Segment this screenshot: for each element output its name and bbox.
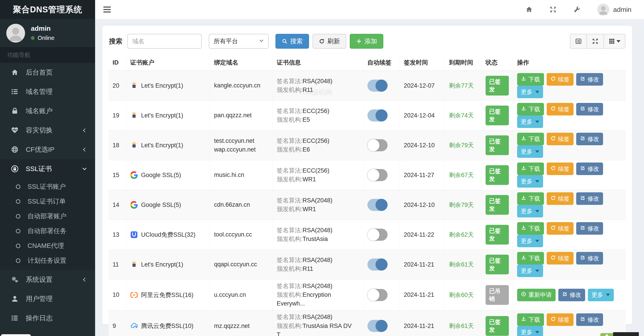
sidebar-item-cf-ip[interactable]: CF优选IP xyxy=(0,140,95,159)
renew-button[interactable]: 续签 xyxy=(547,313,574,326)
download-icon xyxy=(521,76,526,83)
caret-down-icon xyxy=(616,40,620,43)
edit-button[interactable]: 修改 xyxy=(576,133,603,145)
search-button[interactable]: 搜索 xyxy=(276,34,309,49)
letsencrypt-icon xyxy=(130,261,138,268)
more-button[interactable]: 更多 xyxy=(517,115,543,128)
download-button[interactable]: 下载 xyxy=(517,103,544,115)
back-to-top-button[interactable] xyxy=(600,333,613,336)
edit-button[interactable]: 修改 xyxy=(576,103,603,115)
renew-label: 续签 xyxy=(558,254,570,262)
status-badge: 已签发 xyxy=(486,195,509,215)
auto-renew-toggle[interactable] xyxy=(368,139,388,151)
download-button[interactable]: 下载 xyxy=(517,73,544,86)
sidebar-item-dashboard[interactable]: 后台首页 xyxy=(0,63,95,82)
renew-button[interactable]: 续签 xyxy=(547,133,574,145)
more-button[interactable]: 更多 xyxy=(588,289,614,301)
cell-status: 已签发 xyxy=(481,130,513,160)
more-button[interactable]: 更多 xyxy=(517,235,543,247)
sidebar-item-domain-account[interactable]: 域名账户 xyxy=(0,101,95,121)
sidebar-item-ssl-account[interactable]: SSL证书账户 xyxy=(0,179,95,194)
edit-button[interactable]: 修改 xyxy=(558,289,585,301)
auto-renew-toggle[interactable] xyxy=(368,169,388,181)
cell-auto-renew xyxy=(363,310,400,336)
renew-button[interactable]: 续签 xyxy=(547,162,574,175)
renew-button[interactable]: 续签 xyxy=(547,252,574,264)
download-button[interactable]: 下载 xyxy=(517,313,544,326)
sidebar-item-system-settings[interactable]: 系统设置 xyxy=(0,270,95,289)
renew-button[interactable]: 续签 xyxy=(547,192,574,205)
renew-button[interactable]: 续签 xyxy=(547,73,574,86)
sidebar-subitem-label: 自动部署账户 xyxy=(28,212,66,221)
auto-renew-toggle[interactable] xyxy=(368,289,388,301)
add-button[interactable]: 添加 xyxy=(350,34,383,49)
sidebar-item-ssl-cert[interactable]: SSL证书 xyxy=(0,159,95,179)
sidebar-item-operation-log[interactable]: 操作日志 xyxy=(0,308,95,328)
fullscreen-icon[interactable] xyxy=(549,6,557,13)
refresh-button[interactable]: 刷新 xyxy=(312,34,346,49)
auto-renew-toggle[interactable] xyxy=(368,320,388,332)
cell-domains: kangle.cccyun.cn xyxy=(210,71,272,101)
edit-icon xyxy=(580,195,585,202)
download-button[interactable]: 下载 xyxy=(517,222,544,235)
more-button[interactable]: 更多 xyxy=(517,326,543,336)
download-button[interactable]: 下载 xyxy=(517,162,544,175)
edit-button[interactable]: 修改 xyxy=(576,192,603,205)
sidebar-item-cname-proxy[interactable]: CNAME代理 xyxy=(0,239,95,253)
sidebar-item-ssl-order[interactable]: SSL证书订单 xyxy=(0,194,95,209)
edit-button[interactable]: 修改 xyxy=(576,73,603,86)
table-row: 10阿里云免费SSL(16)u.cccyun.cn签名算法:RSA(2048)颁… xyxy=(108,279,626,310)
edit-button[interactable]: 修改 xyxy=(576,252,603,264)
gears-icon xyxy=(10,276,20,283)
account: UCloud免费SSL(32) xyxy=(130,231,206,239)
edit-icon xyxy=(580,106,585,113)
auto-renew-toggle[interactable] xyxy=(368,80,388,92)
edit-icon xyxy=(562,291,568,298)
more-label: 更多 xyxy=(521,178,532,185)
cell-auto-renew xyxy=(363,130,400,160)
home-icon[interactable] xyxy=(526,6,533,13)
download-button[interactable]: 下载 xyxy=(517,252,544,264)
columns-button[interactable] xyxy=(604,34,626,49)
globe-icon xyxy=(10,146,20,153)
more-button[interactable]: 更多 xyxy=(517,264,543,277)
floating-bar[interactable] xyxy=(613,332,639,336)
sidebar-toggle-icon[interactable] xyxy=(104,5,111,14)
refresh-icon xyxy=(550,225,556,232)
renew-button[interactable]: 续签 xyxy=(547,103,574,115)
more-button[interactable]: 更多 xyxy=(517,205,543,217)
more-button[interactable]: 更多 xyxy=(517,145,543,158)
download-button[interactable]: 下载 xyxy=(517,133,544,145)
cell-status: 已签发 xyxy=(481,160,513,190)
issuer-line-value: WR1 xyxy=(302,176,316,183)
more-button[interactable]: 更多 xyxy=(517,86,543,98)
sidebar-item-cron-settings[interactable]: 计划任务设置 xyxy=(0,253,95,268)
navbar-username: admin xyxy=(613,6,632,14)
user-menu[interactable]: admin xyxy=(597,4,632,16)
auto-renew-toggle[interactable] xyxy=(368,199,388,211)
edit-button[interactable]: 修改 xyxy=(576,162,603,175)
wrench-icon[interactable] xyxy=(573,6,581,13)
edit-button[interactable]: 修改 xyxy=(576,222,603,235)
download-button[interactable]: 下载 xyxy=(517,192,544,205)
auto-renew-toggle[interactable] xyxy=(368,109,388,121)
platform-select[interactable]: 所有平台 xyxy=(209,34,269,49)
algorithm-line-label: 签名算法: xyxy=(277,108,303,114)
algorithm-line-value: RSA(2048) xyxy=(302,197,332,204)
table-fullscreen-button[interactable] xyxy=(587,34,604,49)
auto-renew-toggle[interactable] xyxy=(368,229,388,241)
search-input[interactable] xyxy=(127,34,202,49)
detail-view-button[interactable] xyxy=(570,34,587,49)
sidebar-item-user-manage[interactable]: 用户管理 xyxy=(0,289,95,308)
sidebar-item-label: 容灾切换 xyxy=(26,126,76,135)
sidebar-item-domain-manage[interactable]: 域名管理 xyxy=(0,82,95,101)
more-button[interactable]: 更多 xyxy=(517,175,543,188)
issuer-line-label: 颁发机构: xyxy=(277,206,303,213)
sidebar-item-deploy-task[interactable]: 自动部署任务 xyxy=(0,224,95,239)
edit-button[interactable]: 修改 xyxy=(576,313,603,326)
auto-renew-toggle[interactable] xyxy=(368,258,388,271)
renew-button[interactable]: 续签 xyxy=(547,222,574,235)
reapply-button[interactable]: 重新申请 xyxy=(517,289,556,301)
sidebar-item-failover[interactable]: 容灾切换 xyxy=(0,121,95,140)
sidebar-item-deploy-account[interactable]: 自动部署账户 xyxy=(0,209,95,224)
